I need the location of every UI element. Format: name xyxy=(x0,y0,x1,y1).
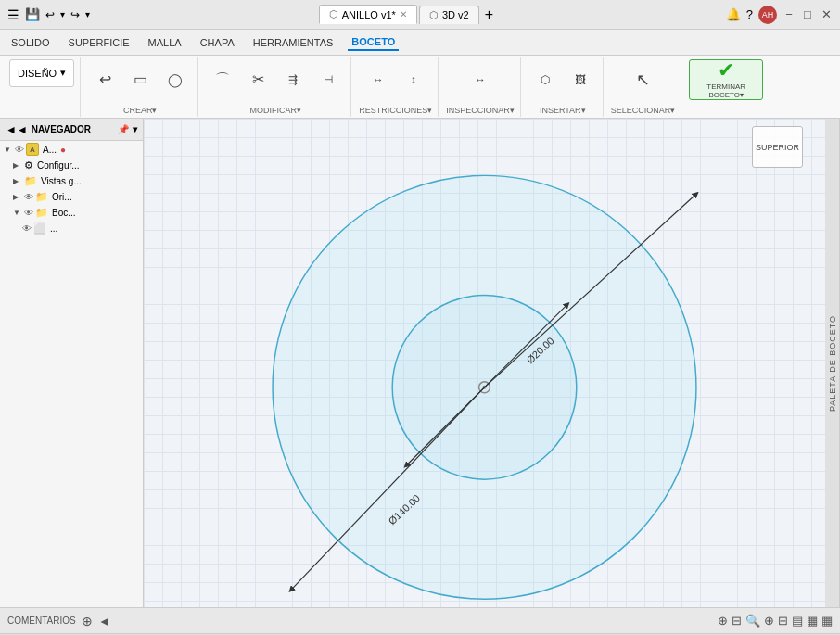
constraint-button[interactable]: ↔ xyxy=(362,59,395,100)
main-area: ◄◄ NAVEGADOR 📌 ▾ ▼ 👁 A A... ● ▶ ⚙ Config… xyxy=(0,119,840,607)
line-icon: ↩ xyxy=(99,72,111,87)
nav-collapse-icon[interactable]: ◄◄ xyxy=(6,123,28,136)
select-button[interactable]: ↖ xyxy=(626,59,659,100)
fillet-button[interactable]: ⌒ xyxy=(206,59,239,100)
close-button[interactable]: ✕ xyxy=(820,8,833,21)
nav-vistas-chevron: ▶ xyxy=(13,177,22,185)
measure-button[interactable]: ↔ xyxy=(464,59,497,100)
circle-button[interactable]: ◯ xyxy=(159,59,192,100)
menu-solido[interactable]: SOLIDO xyxy=(7,35,54,50)
tab-3dv2-icon: ⬡ xyxy=(429,9,439,21)
statusbar-collapse-button[interactable]: ◄ xyxy=(98,614,111,629)
menu-herramientas[interactable]: HERRAMIENTAS xyxy=(249,35,337,50)
restricciones-group: ↔ ↕ RESTRICCIONES▾ xyxy=(353,57,439,117)
line-button[interactable]: ↩ xyxy=(88,59,121,100)
offset-button[interactable]: ⇶ xyxy=(276,59,310,100)
restricciones-label: RESTRICCIONES▾ xyxy=(359,106,432,115)
insertar-buttons: ⬡ 🖼 xyxy=(528,59,597,100)
tab-anillo-icon: ⬡ xyxy=(329,8,338,20)
toolbar: DISEÑO ▾ ↩ ▭ ◯ CREAR▾ ⌒ ✂ xyxy=(0,56,840,119)
quick-save-icon[interactable]: 💾 xyxy=(25,7,40,21)
maximize-button[interactable]: □ xyxy=(801,8,814,21)
tab-bar: ⬡ ANILLO v1* ✕ ⬡ 3D v2 + xyxy=(90,5,726,24)
palette-tab[interactable]: PALETA DE BOCETO xyxy=(825,119,840,607)
trim-button[interactable]: ✂ xyxy=(241,59,274,100)
rectangle-button[interactable]: ▭ xyxy=(123,59,157,100)
terminar-group: ✔ TERMINAR BOCETO▾ xyxy=(683,57,769,117)
nav-boceto-folder: 📁 xyxy=(35,207,48,219)
tab-anillo-label: ANILLO v1* xyxy=(342,9,396,20)
tab-anillo-close[interactable]: ✕ xyxy=(400,9,407,19)
grid2-icon[interactable]: ▦ xyxy=(807,614,818,628)
view-cube[interactable]: SUPERIOR xyxy=(752,126,803,168)
nav-boceto-label: Boc... xyxy=(52,208,76,218)
nav-sketch-label: ... xyxy=(50,223,57,234)
nav-origin-eye[interactable]: 👁 xyxy=(24,192,33,202)
menubar: SOLIDO SUPERFICIE MALLA CHAPA HERRAMIENT… xyxy=(0,30,840,56)
display-icon[interactable]: ▤ xyxy=(792,614,803,628)
canvas-area[interactable]: Ø140.00 Ø20.00 SUPERIOR xyxy=(144,119,825,607)
measure-icon: ↔ xyxy=(475,74,486,85)
comments-label: COMENTARIOS xyxy=(7,616,76,626)
design-button[interactable]: DISEÑO ▾ xyxy=(9,59,74,87)
menu-boceto[interactable]: BOCETO xyxy=(348,34,399,51)
seleccionar-buttons: ↖ xyxy=(626,59,659,100)
undo-icon[interactable]: ↩ xyxy=(45,8,55,21)
minimize-button[interactable]: − xyxy=(783,8,795,21)
new-tab-button[interactable]: + xyxy=(481,6,497,23)
constraint-icon: ↔ xyxy=(373,74,384,85)
design-dropdown-icon: ▾ xyxy=(60,67,66,79)
sketch-canvas: Ø140.00 Ø20.00 xyxy=(144,119,825,607)
trim-icon: ✂ xyxy=(252,72,264,87)
nav-pin-icon[interactable]: 📌 xyxy=(118,124,129,134)
insert-object-button[interactable]: ⬡ xyxy=(528,59,562,100)
menu-superficie[interactable]: SUPERFICIE xyxy=(65,35,134,50)
fillet-icon: ⌒ xyxy=(215,72,230,87)
nav-root-eye[interactable]: 👁 xyxy=(15,145,24,155)
tab-anillo[interactable]: ⬡ ANILLO v1* ✕ xyxy=(319,5,417,24)
statusbar: COMENTARIOS ⊕ ◄ ⊕ ⊟ 🔍 ⊕ ⊟ ▤ ▦ ▦ xyxy=(0,607,840,633)
nav-boceto-chevron: ▼ xyxy=(13,209,22,217)
nav-sketch-item[interactable]: 👁 ⬜ ... xyxy=(0,221,143,236)
insertar-group: ⬡ 🖼 INSERTAR▾ xyxy=(523,57,604,117)
crear-buttons: ↩ ▭ ◯ xyxy=(88,59,192,100)
nav-vistas[interactable]: ▶ 📁 Vistas g... xyxy=(0,173,143,189)
user-icon[interactable]: AH xyxy=(758,6,777,24)
finish-sketch-icon: ✔ xyxy=(718,60,734,81)
notifications-icon[interactable]: 🔔 xyxy=(726,7,741,21)
snap-grid-icon[interactable]: 🔍 xyxy=(745,614,760,628)
view-cube-label: SUPERIOR xyxy=(756,143,799,152)
mirror-button[interactable]: ⊣ xyxy=(312,59,345,100)
grid-icon[interactable]: ⊟ xyxy=(732,614,742,628)
snap-icon[interactable]: ⊕ xyxy=(718,614,728,628)
add-comment-button[interactable]: ⊕ xyxy=(82,614,93,629)
rectangle-icon: ▭ xyxy=(134,72,147,87)
nav-boceto[interactable]: ▼ 👁 📁 Boc... xyxy=(0,205,143,221)
dimension-button[interactable]: ↕ xyxy=(397,59,430,100)
insert-image-icon: 🖼 xyxy=(575,74,586,85)
nav-origin-chevron: ▶ xyxy=(13,193,22,201)
nav-origin[interactable]: ▶ 👁 📁 Ori... xyxy=(0,189,143,205)
settings2-icon[interactable]: ▦ xyxy=(821,614,833,628)
nav-config[interactable]: ▶ ⚙ Configur... xyxy=(0,158,143,173)
nav-root-chevron: ▼ xyxy=(4,146,13,154)
finish-sketch-button[interactable]: ✔ TERMINAR BOCETO▾ xyxy=(689,59,763,100)
insert-object-icon: ⬡ xyxy=(541,74,550,85)
app-menu-icon[interactable]: ☰ xyxy=(7,7,19,22)
finish-sketch-label: TERMINAR BOCETO▾ xyxy=(690,83,762,99)
nav-boceto-eye[interactable]: 👁 xyxy=(24,208,33,218)
zoom-icon[interactable]: ⊕ xyxy=(764,614,774,628)
view-icon[interactable]: ⊟ xyxy=(778,614,788,628)
nav-options-icon[interactable]: ▾ xyxy=(133,124,137,134)
undo-dropdown-icon[interactable]: ▾ xyxy=(60,9,65,19)
seleccionar-label: SELECCIONAR▾ xyxy=(611,106,676,115)
menu-chapa[interactable]: CHAPA xyxy=(197,35,238,50)
help-icon[interactable]: ? xyxy=(746,7,753,21)
titlebar: ☰ 💾 ↩ ▾ ↪ ▾ ⬡ ANILLO v1* ✕ ⬡ 3D v2 + 🔔 ?… xyxy=(0,0,840,30)
redo-icon[interactable]: ↪ xyxy=(70,8,80,21)
nav-root[interactable]: ▼ 👁 A A... ● xyxy=(0,141,143,158)
menu-malla[interactable]: MALLA xyxy=(145,35,185,50)
insert-image-button[interactable]: 🖼 xyxy=(564,59,597,100)
nav-sketch-eye[interactable]: 👁 xyxy=(22,223,32,234)
tab-3dv2[interactable]: ⬡ 3D v2 xyxy=(419,6,479,24)
